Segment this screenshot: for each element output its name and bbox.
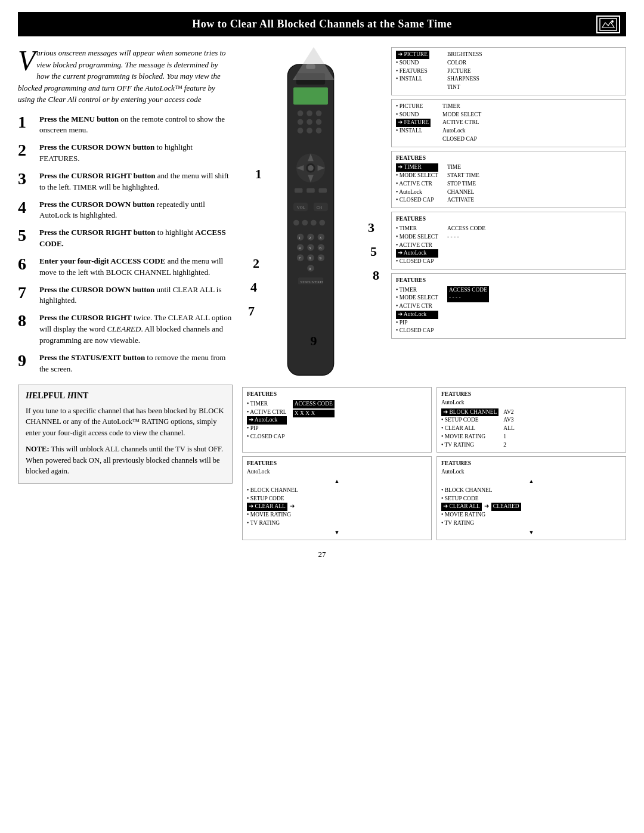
s2-install: • INSTALL xyxy=(396,127,431,135)
s3-activate: ACTIVATE xyxy=(447,196,479,205)
step-number: 3 xyxy=(18,171,35,187)
svg-point-31 xyxy=(311,220,317,226)
s7b-arrow: ➜ xyxy=(484,503,489,511)
s2-active: ACTIVE CTRL xyxy=(442,119,481,127)
step-number: 7 xyxy=(18,284,35,301)
svg-point-7 xyxy=(306,110,312,116)
s6b-tv: • TV RATING xyxy=(441,441,499,450)
s5-pip: • PIP xyxy=(396,319,438,327)
svg-point-30 xyxy=(302,220,308,226)
s7a-movie: • MOVIE RATING xyxy=(247,511,427,519)
light-beam xyxy=(293,47,335,80)
step-bold: Press the CURSOR DOWN button xyxy=(39,285,154,294)
bottom-panels: FEATURES • TIMER • ACTIVE CTRL ➜ AutoLoc… xyxy=(242,387,626,453)
step-5: 5 Press the CURSOR RIGHT button to highl… xyxy=(18,227,233,250)
screen-1-panel: ➜ PICTURE • SOUND • FEATURES • INSTALL B… xyxy=(391,47,626,95)
menu-item-install: • INSTALL xyxy=(396,75,429,83)
svg-text:CH: CH xyxy=(317,205,323,209)
svg-point-14 xyxy=(316,128,322,134)
menu-item-sound: • SOUND xyxy=(396,59,429,67)
svg-text:STATUS/EXIT: STATUS/EXIT xyxy=(301,280,324,284)
s6a-autolock-hl: ➜ AutoLock xyxy=(247,416,287,425)
menu-item-features: • FEATURES xyxy=(396,67,429,76)
s7a-label: FEATURES xyxy=(247,460,427,468)
step-bold: Press the CURSOR RIGHT xyxy=(39,313,132,322)
s7b-tv: • TV RATING xyxy=(441,519,621,528)
s7a-setup: • SETUP CODE xyxy=(247,495,427,503)
step-1: 1 Press the MENU button on the remote co… xyxy=(18,114,233,137)
s6b-2: 2 xyxy=(503,441,514,450)
step-overlay-7: 7 xyxy=(248,304,255,319)
s7a-block: • BLOCK CHANNEL xyxy=(247,487,427,495)
s6a-active: • ACTIVE CTRL xyxy=(247,408,287,417)
svg-rect-24 xyxy=(319,188,327,193)
s3-closed: • CLOSED CAP xyxy=(396,196,438,205)
step-overlay-9: 9 xyxy=(311,333,317,349)
s7b-cleared-hl: CLEARED xyxy=(491,503,521,511)
step-bold: Press the CURSOR RIGHT button xyxy=(39,171,156,180)
screen-6a-panel: FEATURES • TIMER • ACTIVE CTRL ➜ AutoLoc… xyxy=(242,387,432,453)
step-text: Press the CURSOR DOWN button repeatedly … xyxy=(39,199,233,222)
svg-point-9 xyxy=(298,119,304,125)
s3-channel: CHANNEL xyxy=(447,188,479,197)
logo xyxy=(596,16,620,33)
s4-closed: • CLOSED CAP xyxy=(396,258,438,266)
step-overlay-4: 4 xyxy=(250,280,257,295)
s7a-subtitle: AutoLock xyxy=(247,468,427,476)
svg-point-29 xyxy=(293,220,299,226)
step-8: 8 Press the CURSOR RIGHT twice. The CLEA… xyxy=(18,312,233,346)
step-number: 2 xyxy=(18,142,35,159)
s5-autolock-hl: ➜ AutoLock xyxy=(396,311,438,319)
hint-p1: If you tune to a specific channel that h… xyxy=(26,405,225,439)
s5-dashes-hl: - - - - xyxy=(447,294,489,302)
s4-autolock-hl: ➜ AutoLock xyxy=(396,249,438,258)
svg-text:1: 1 xyxy=(299,236,301,240)
screen1-color: COLOR xyxy=(447,59,482,67)
s6b-1: 1 xyxy=(503,433,514,441)
steps-list: 1 Press the MENU button on the remote co… xyxy=(18,114,233,375)
note-label: NOTE: xyxy=(26,445,49,453)
hint-title: HELPFUL HINT xyxy=(26,391,225,401)
step-text: Press the MENU button on the remote cont… xyxy=(39,114,233,137)
drop-cap: V xyxy=(18,49,35,72)
step-overlay-2: 2 xyxy=(253,256,259,271)
s4-mode: • MODE SELECT xyxy=(396,233,438,241)
s7b-subtitle: AutoLock xyxy=(441,468,621,476)
s2-mode: MODE SELECT xyxy=(442,111,481,119)
screen1-picture: PICTURE xyxy=(447,67,482,76)
svg-point-8 xyxy=(316,110,322,116)
s5-closed: • CLOSED CAP xyxy=(396,327,438,335)
step-number: 4 xyxy=(18,199,35,216)
hint-box: HELPFUL HINT If you tune to a specific c… xyxy=(18,385,233,484)
s5-accesscode-hl: ACCESS CODE xyxy=(447,286,489,295)
s2-picture: • PICTURE xyxy=(396,103,431,111)
step-number: 8 xyxy=(18,312,35,329)
s7a-up-arrow: ▲ xyxy=(247,478,427,485)
page-header: How to Clear All Blocked Channels at the… xyxy=(18,12,626,36)
step-number: 6 xyxy=(18,256,35,272)
s6a-pip: • PIP xyxy=(247,425,287,433)
s6b-subtitle: AutoLock xyxy=(441,399,621,407)
s6b-blockchan-hl: ➜ BLOCK CHANNEL xyxy=(441,408,499,417)
s2-closedcap: CLOSED CAP xyxy=(442,135,481,144)
s6b-label: FEATURES xyxy=(441,391,621,399)
hint-p2: NOTE: This will unblock ALL channels unt… xyxy=(26,444,225,477)
s5-active: • ACTIVE CTR xyxy=(396,302,438,311)
svg-point-1 xyxy=(611,20,614,23)
right-column: 1 3 5 8 2 4 7 9 xyxy=(242,47,626,540)
step-number: 5 xyxy=(18,227,35,244)
page-number: 27 xyxy=(18,550,626,559)
screen1-sharpness: SHARPNESS xyxy=(447,75,482,83)
s7a-clearall-hl: ➜ CLEAR ALL xyxy=(247,503,287,511)
svg-point-12 xyxy=(298,128,304,134)
s6b-clear: • CLEAR ALL xyxy=(441,425,499,433)
s6b-movie: • MOVIE RATING xyxy=(441,433,499,441)
s6b-setup: • SETUP CODE xyxy=(441,416,499,425)
screen-5-panel: FEATURES • TIMER • MODE SELECT • ACTIVE … xyxy=(391,273,626,339)
s6b-all: ALL xyxy=(503,425,514,433)
s6b-av2: AV2 xyxy=(503,408,514,417)
step-bold: Enter your four-digit ACCESS CODE xyxy=(39,256,165,265)
s3-label: FEATURES xyxy=(396,154,621,163)
step-bold: Press the CURSOR RIGHT button xyxy=(39,228,156,237)
s6a-closed: • CLOSED CAP xyxy=(247,433,287,441)
